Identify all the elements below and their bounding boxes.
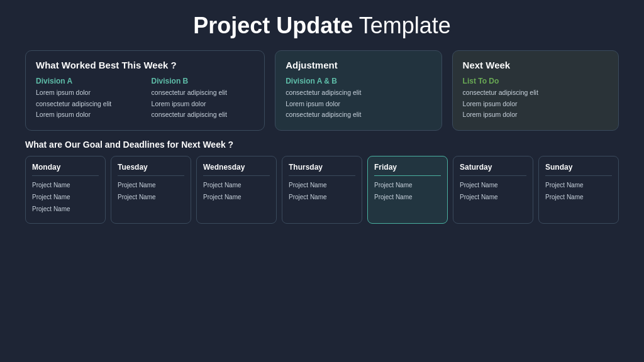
- adjustment-title: Adjustment: [286, 60, 431, 70]
- division-b-item-1: consectetur adipiscing elit: [152, 88, 255, 97]
- adjustment-content: Division A & B consectetur adipiscing el…: [286, 77, 431, 119]
- day-title-sunday: Sunday: [545, 163, 612, 176]
- division-a-item-1: Lorem ipsum dolor: [36, 88, 139, 97]
- day-item: Project Name: [545, 181, 612, 190]
- adj-item-3: consectetur adipiscing elit: [286, 110, 431, 119]
- division-a-heading: Division A: [36, 77, 139, 85]
- day-item: Project Name: [374, 181, 441, 190]
- day-card-saturday: SaturdayProject NameProject Name: [453, 156, 533, 224]
- day-card-wednesday: WednesdayProject NameProject Name: [196, 156, 277, 224]
- division-a-item-3: Lorem ipsum dolor: [36, 110, 139, 119]
- title-bold: Project Update: [193, 13, 353, 38]
- day-title-monday: Monday: [32, 163, 99, 176]
- day-item: Project Name: [118, 181, 184, 190]
- day-item: Project Name: [32, 181, 99, 190]
- day-card-tuesday: TuesdayProject NameProject Name: [111, 156, 191, 224]
- day-item: Project Name: [118, 193, 184, 202]
- page-title: Project Update Template: [193, 13, 451, 39]
- next-week-title: Next Week: [463, 60, 608, 70]
- title-normal: Template: [353, 13, 450, 38]
- day-item: Project Name: [289, 181, 355, 190]
- next-week-item-1: consectetur adipiscing elit: [463, 88, 608, 97]
- next-week-content: List To Do consectetur adipiscing elit L…: [463, 77, 608, 119]
- adj-item-1: consectetur adipiscing elit: [286, 88, 431, 97]
- list-todo-heading: List To Do: [463, 77, 608, 85]
- division-a-item-2: consectetur adipiscing elit: [36, 99, 139, 109]
- day-title-saturday: Saturday: [460, 163, 526, 176]
- next-week-item-2: Lorem ipsum dolor: [463, 99, 608, 109]
- day-title-friday: Friday: [374, 163, 441, 176]
- adjustment-card: Adjustment Division A & B consectetur ad…: [275, 50, 441, 131]
- division-a-col: Division A Lorem ipsum dolor consectetur…: [36, 77, 139, 121]
- day-item: Project Name: [32, 205, 99, 214]
- day-card-friday: FridayProject NameProject Name: [367, 156, 448, 224]
- division-b-heading: Division B: [152, 77, 255, 85]
- goal-label: What are Our Goal and Deadlines for Next…: [25, 140, 619, 150]
- top-section: What Worked Best This Week ? Division A …: [25, 50, 619, 131]
- section2: What are Our Goal and Deadlines for Next…: [25, 140, 619, 224]
- day-item: Project Name: [374, 193, 441, 202]
- day-card-sunday: SundayProject NameProject Name: [538, 156, 619, 224]
- day-title-wednesday: Wednesday: [203, 163, 270, 176]
- day-item: Project Name: [203, 181, 270, 190]
- division-ab-heading: Division A & B: [286, 77, 431, 85]
- weekly-grid: MondayProject NameProject NameProject Na…: [25, 156, 619, 224]
- day-item: Project Name: [289, 193, 355, 202]
- day-card-monday: MondayProject NameProject NameProject Na…: [25, 156, 106, 224]
- day-item: Project Name: [32, 193, 99, 202]
- what-worked-title: What Worked Best This Week ?: [36, 60, 254, 70]
- day-item: Project Name: [460, 193, 526, 202]
- day-title-tuesday: Tuesday: [118, 163, 184, 176]
- day-item: Project Name: [203, 193, 270, 202]
- day-item: Project Name: [460, 181, 526, 190]
- next-week-card: Next Week List To Do consectetur adipisc…: [452, 50, 619, 131]
- division-b-item-2: Lorem ipsum dolor: [152, 99, 255, 109]
- division-b-col: Division B consectetur adipiscing elit L…: [152, 77, 255, 121]
- day-card-thursday: ThursdayProject NameProject Name: [282, 156, 362, 224]
- day-title-thursday: Thursday: [289, 163, 355, 176]
- next-week-item-3: Lorem ipsum dolor: [463, 110, 608, 119]
- day-item: Project Name: [545, 193, 612, 202]
- what-worked-card: What Worked Best This Week ? Division A …: [25, 50, 265, 131]
- adj-item-2: Lorem ipsum dolor: [286, 99, 431, 109]
- division-b-item-3: consectetur adipiscing elit: [152, 110, 255, 119]
- what-worked-content: Division A Lorem ipsum dolor consectetur…: [36, 77, 254, 121]
